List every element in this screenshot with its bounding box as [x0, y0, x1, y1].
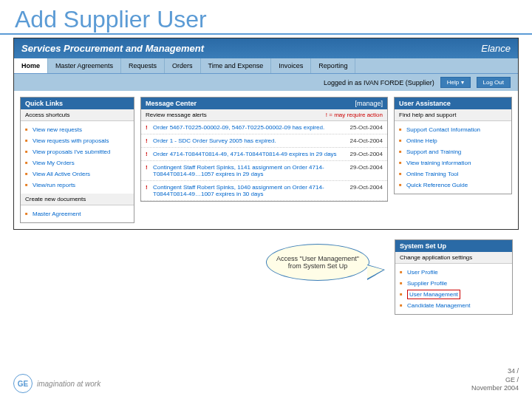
message-legend: ! = may require action — [326, 112, 383, 118]
content-3col: Quick Links Access shortcuts View new re… — [14, 91, 518, 229]
logout-button[interactable]: Log Out — [477, 77, 511, 88]
list-item[interactable]: Quick Reference Guide — [399, 180, 507, 191]
slide-title: Add Supplier User — [0, 0, 532, 35]
message-text: Order 1 - SDC Order Survey 2005 has expi… — [146, 137, 338, 144]
message-text: Contingent Staff Robert Spinks, 1040 ass… — [146, 184, 338, 197]
tab-invoices[interactable]: Invoices — [271, 58, 311, 73]
slide-footer: GE imagination at work 34 / GE / Novembe… — [13, 367, 519, 393]
callout-bubble: Access "User Management" from System Set… — [266, 244, 369, 281]
message-center-header: Message Center [manage] — [141, 98, 387, 109]
nav-tabs: HomeMaster AgreementsRequestsOrdersTime … — [14, 58, 518, 74]
list-item[interactable]: Support Contact Information — [399, 124, 507, 135]
list-item[interactable]: Online Training Tool — [399, 168, 507, 180]
message-center-title: Message Center — [146, 100, 197, 107]
message-date: 24-Oct-2004 — [338, 137, 383, 144]
logged-in-text: Logged in as IVAN FORDE (Supplier) — [324, 79, 434, 86]
message-row[interactable]: Order 1 - SDC Order Survey 2005 has expi… — [141, 134, 387, 148]
footer-org: GE / — [471, 376, 519, 385]
quick-links-sub2: Create new documents — [21, 194, 134, 205]
list-item[interactable]: View My Orders — [25, 157, 129, 168]
tab-time-and-expense[interactable]: Time and Expense — [201, 58, 272, 73]
message-text: Order 5467-T0225-00002-09, 5467-T0225-00… — [146, 124, 338, 131]
list-item[interactable]: View All Active Orders — [25, 168, 129, 180]
user-assistance-header: User Assistance — [395, 98, 511, 109]
message-date: 25-Oct-2004 — [338, 124, 383, 131]
list-item[interactable]: User Management — [400, 289, 508, 300]
list-item[interactable]: View requests with proposals — [25, 135, 129, 146]
list-item[interactable]: User Profile — [400, 267, 508, 278]
message-date: 29-Oct-2004 — [338, 184, 383, 197]
quick-links-sub: Access shortcuts — [21, 109, 134, 121]
user-assistance-panel: User Assistance Find help and support Su… — [394, 97, 512, 194]
tab-orders[interactable]: Orders — [165, 58, 201, 73]
list-item[interactable]: Online Help — [399, 135, 507, 146]
footer-page: 34 / — [471, 367, 519, 376]
message-row[interactable]: Order 4714-T0844T0814-49, 4714-T0844T081… — [141, 148, 387, 161]
list-item[interactable]: View training information — [399, 157, 507, 168]
tab-master-agreements[interactable]: Master Agreements — [48, 58, 121, 73]
message-center-panel: Message Center [manage] Review message a… — [140, 97, 388, 202]
user-assistance-sub: Find help and support — [395, 109, 511, 121]
app-header: Services Procurement and Management Elan… — [14, 38, 518, 58]
app-window: Services Procurement and Management Elan… — [13, 38, 519, 230]
message-row[interactable]: Contingent Staff Robert Spinks, 1040 ass… — [141, 181, 387, 201]
help-button[interactable]: Help ▾ — [440, 77, 471, 88]
footer-date: November 2004 — [471, 384, 519, 393]
message-row[interactable]: Contingent Staff Robert Spinks, 1141 ass… — [141, 161, 387, 181]
system-setup-sub: Change application settings — [395, 252, 512, 264]
system-setup-header: System Set Up — [395, 240, 512, 252]
message-date: 29-Oct-2004 — [338, 164, 383, 177]
tab-home[interactable]: Home — [14, 58, 48, 73]
footer-tagline: imagination at work — [37, 380, 100, 388]
list-item[interactable]: View/run reports — [25, 180, 129, 191]
list-item[interactable]: Candidate Management — [400, 300, 508, 311]
ge-logo-icon: GE — [13, 374, 33, 393]
list-item[interactable]: Support and Training — [399, 146, 507, 157]
tab-reporting[interactable]: Reporting — [311, 58, 355, 73]
tab-requests[interactable]: Requests — [121, 58, 165, 73]
message-text: Contingent Staff Robert Spinks, 1141 ass… — [146, 164, 338, 177]
brand-logo: Elance — [481, 43, 511, 54]
system-setup-panel: System Set Up Change application setting… — [395, 239, 513, 315]
message-sub-text: Review message alerts — [146, 112, 207, 118]
list-item[interactable]: View new requests — [25, 124, 129, 135]
list-item[interactable]: View proposals I've submitted — [25, 146, 129, 157]
message-row[interactable]: Order 5467-T0225-00002-09, 5467-T0225-00… — [141, 121, 387, 134]
message-center-sub: Review message alerts ! = may require ac… — [141, 109, 387, 121]
message-date: 29-Oct-2004 — [338, 151, 383, 157]
app-title: Services Procurement and Management — [21, 43, 204, 54]
message-text: Order 4714-T0844T0814-49, 4714-T0844T081… — [146, 151, 338, 157]
list-item[interactable]: Supplier Profile — [400, 278, 508, 289]
manage-link[interactable]: [manage] — [355, 100, 383, 107]
quick-links-panel: Quick Links Access shortcuts View new re… — [20, 97, 134, 223]
top-bar: Logged in as IVAN FORDE (Supplier) Help … — [14, 74, 518, 91]
list-item[interactable]: Master Agreement — [25, 208, 129, 219]
quick-links-header: Quick Links — [21, 98, 134, 109]
